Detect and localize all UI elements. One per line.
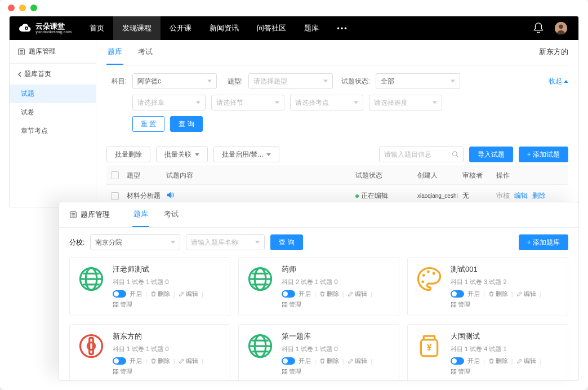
th-actions: 操作	[496, 171, 564, 180]
import-button[interactable]: 导入试题	[469, 147, 513, 162]
toggle-switch[interactable]	[451, 357, 464, 365]
svg-rect-29	[116, 372, 118, 374]
toggle-switch[interactable]	[282, 290, 295, 298]
type-select[interactable]: 请选择题型	[248, 73, 333, 89]
trash-icon	[319, 291, 326, 297]
op-open[interactable]: 开启	[299, 290, 311, 298]
bank-card[interactable]: 测试001 科目 1 试卷 3 试题 2 开启| 删除| 编辑| 管理	[407, 257, 568, 316]
bell-icon[interactable]	[532, 22, 545, 34]
maximize-icon[interactable]	[30, 5, 37, 11]
bank-card[interactable]: 新东方的 科目 1 试卷 1 试题 0 开启| 删除| 编辑| 管理	[69, 324, 230, 381]
sidebar-item-questions[interactable]: 试题	[10, 85, 96, 103]
action-delete[interactable]: 删除	[532, 191, 546, 201]
toggle-switch[interactable]	[451, 290, 464, 298]
minimize-icon[interactable]	[19, 5, 26, 11]
sidebar-item-papers[interactable]: 试卷	[10, 103, 96, 122]
reset-button[interactable]: 重 置	[132, 116, 164, 132]
section-select[interactable]: 请选择节	[211, 95, 284, 110]
op-edit[interactable]: 编辑	[179, 357, 198, 365]
op-edit[interactable]: 编辑	[516, 357, 536, 365]
op-edit[interactable]: 编辑	[348, 357, 367, 365]
row-status-text: 正在编辑	[361, 191, 388, 201]
trash-icon	[488, 291, 495, 297]
op-delete[interactable]: 删除	[150, 357, 170, 365]
op-open[interactable]: 开启	[130, 357, 142, 365]
bank-name-input[interactable]: 请输入题库名称	[186, 234, 265, 250]
op-manage[interactable]: 管理	[113, 367, 132, 376]
batch-toggle-button[interactable]: 批量启用/禁...	[213, 147, 279, 162]
collapse-link[interactable]: 收起	[549, 77, 568, 86]
add-bank-button[interactable]: + 添加题库	[519, 234, 568, 250]
batch-link-button[interactable]: 批量关联	[156, 147, 208, 162]
op-manage[interactable]: 管理	[113, 300, 132, 309]
op-edit[interactable]: 编辑	[348, 290, 367, 298]
bank-card[interactable]: 汪老师测试 科目 1 试卷 1 试题 0 开启| 删除| 编辑| 管理	[69, 257, 230, 316]
select-all-checkbox[interactable]	[111, 171, 119, 179]
nav-discover-courses[interactable]: 发现课程	[113, 16, 161, 40]
nav-more-icon[interactable]: •••	[328, 24, 357, 33]
grid-icon	[451, 302, 457, 308]
chapter-select[interactable]: 请选择章	[132, 95, 206, 110]
add-question-button[interactable]: + 添加试题	[519, 147, 568, 162]
card-title: 汪老师测试	[113, 264, 223, 274]
op-manage[interactable]: 管理	[451, 367, 470, 376]
bank-card[interactable]: 第一题库 科目 1 试卷 1 试题 0 开启| 删除| 编辑| 管理	[238, 324, 399, 381]
op-open[interactable]: 开启	[299, 357, 311, 365]
card-meta: 科目 2 试卷 1 试题 0	[282, 278, 392, 286]
op-open[interactable]: 开启	[130, 290, 142, 298]
tab-bank[interactable]: 题库	[106, 40, 123, 65]
close-icon[interactable]	[8, 5, 15, 11]
op-open[interactable]: 开启	[467, 290, 480, 298]
status-select[interactable]: 全部	[376, 73, 460, 89]
action-edit[interactable]: 编辑	[514, 191, 528, 201]
op-delete[interactable]: 删除	[488, 357, 508, 365]
logo-subtext: yunduoketang.com	[35, 30, 72, 34]
batch-delete-button[interactable]: 批量删除	[106, 147, 150, 162]
svg-rect-17	[116, 305, 118, 307]
action-review[interactable]: 审核	[496, 191, 510, 201]
op-manage[interactable]: 管理	[282, 300, 301, 309]
th-status: 试题状态	[355, 171, 417, 180]
op-edit[interactable]: 编辑	[179, 290, 198, 298]
row-checkbox[interactable]	[111, 192, 119, 200]
app2-tab-exam[interactable]: 考试	[163, 202, 180, 227]
subject-select[interactable]: 阿萨德c	[132, 73, 217, 89]
query-button[interactable]: 查 询	[170, 116, 202, 132]
op-edit[interactable]: 编辑	[516, 290, 536, 298]
op-delete[interactable]: 删除	[319, 290, 339, 298]
nav-news[interactable]: 新闻资讯	[201, 16, 248, 40]
svg-rect-34	[451, 369, 453, 371]
avatar[interactable]	[555, 22, 567, 34]
difficulty-select[interactable]: 请选择难度	[369, 95, 442, 110]
toggle-switch[interactable]	[113, 290, 126, 298]
op-delete[interactable]: 删除	[488, 290, 508, 298]
sidebar-back[interactable]: 题库首页	[10, 64, 96, 85]
op-open[interactable]: 开启	[467, 357, 480, 365]
nav-qa-community[interactable]: 问答社区	[248, 16, 295, 40]
app2-tab-bank[interactable]: 题库	[132, 202, 149, 227]
search-icon	[452, 151, 459, 158]
row-type: 材料分析题	[127, 191, 166, 201]
main-panel: 题库 考试 新东方的 科目: 阿萨德c 题型: 请选择题型 试题状态: 全部 收…	[96, 40, 578, 207]
tab-exam[interactable]: 考试	[137, 40, 154, 65]
op-manage[interactable]: 管理	[451, 300, 470, 309]
card-ops: 开启| 删除| 编辑| 管理	[282, 357, 392, 376]
logo[interactable]: 云朵课堂yunduoketang.com	[10, 21, 81, 35]
branch-select[interactable]: 南京分院	[90, 234, 180, 250]
sidebar-item-chapters[interactable]: 章节考点	[10, 122, 96, 140]
card-ops: 开启| 删除| 编辑| 管理	[451, 290, 561, 309]
bank-card[interactable]: 大国测试 科目 1 试卷 4 试题 1 开启| 删除| 编辑| 管理	[407, 324, 568, 381]
search-input[interactable]: 请输入题目信息	[379, 147, 464, 162]
op-delete[interactable]: 删除	[150, 290, 170, 298]
point-select[interactable]: 请选择考点	[290, 95, 363, 110]
trash-icon	[488, 358, 495, 364]
app2-query-button[interactable]: 查 询	[270, 234, 302, 250]
toggle-switch[interactable]	[113, 357, 126, 365]
nav-open-courses[interactable]: 公开课	[161, 16, 201, 40]
nav-question-bank[interactable]: 题库	[295, 16, 328, 40]
op-manage[interactable]: 管理	[282, 367, 301, 376]
bank-card[interactable]: 药师 科目 2 试卷 1 试题 0 开启| 删除| 编辑| 管理	[238, 257, 399, 316]
nav-home[interactable]: 首页	[81, 16, 113, 40]
op-delete[interactable]: 删除	[319, 357, 339, 365]
toggle-switch[interactable]	[282, 357, 295, 365]
